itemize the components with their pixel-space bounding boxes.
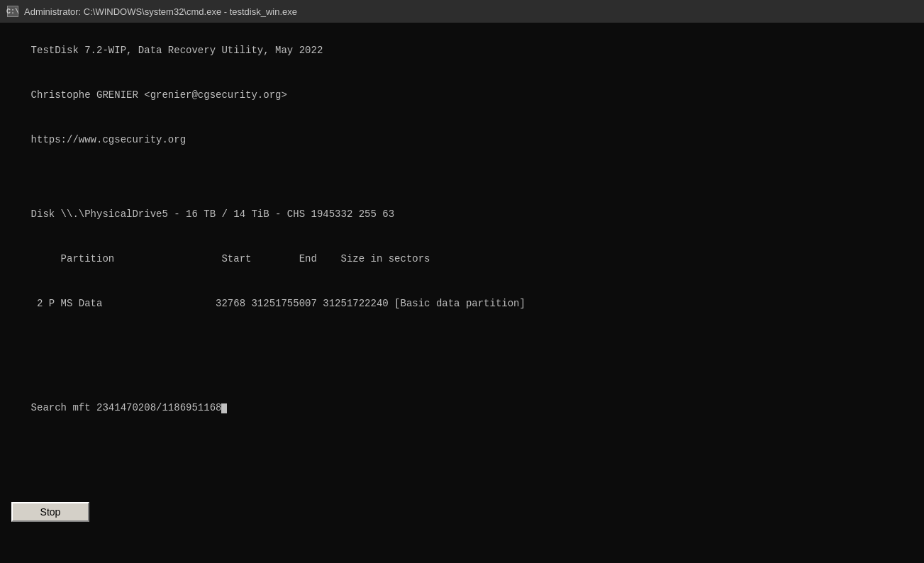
- line3: https://www.cgsecurity.org: [31, 134, 186, 145]
- title-bar: C:\ Administrator: C:\WINDOWS\system32\c…: [0, 0, 924, 23]
- line1: TestDisk 7.2-WIP, Data Recovery Utility,…: [31, 45, 323, 56]
- cmd-icon: C:\: [7, 6, 18, 17]
- terminal-body: TestDisk 7.2-WIP, Data Recovery Utility,…: [0, 23, 924, 563]
- line5: Disk \\.\PhysicalDrive5 - 16 TB / 14 TiB…: [31, 208, 394, 220]
- line6: Partition Start End Size in sectors: [31, 253, 430, 264]
- line2: Christophe GRENIER <grenier@cgsecurity.o…: [31, 89, 287, 101]
- line7: 2 P MS Data 32768 31251755007 3125172224…: [31, 298, 525, 309]
- stop-button[interactable]: Stop: [11, 502, 89, 522]
- terminal-output: TestDisk 7.2-WIP, Data Recovery Utility,…: [7, 28, 917, 430]
- cursor: [221, 403, 227, 413]
- title-bar-text: Administrator: C:\WINDOWS\system32\cmd.e…: [24, 6, 297, 17]
- line10: Search mft 2341470208/1186951168: [31, 402, 222, 413]
